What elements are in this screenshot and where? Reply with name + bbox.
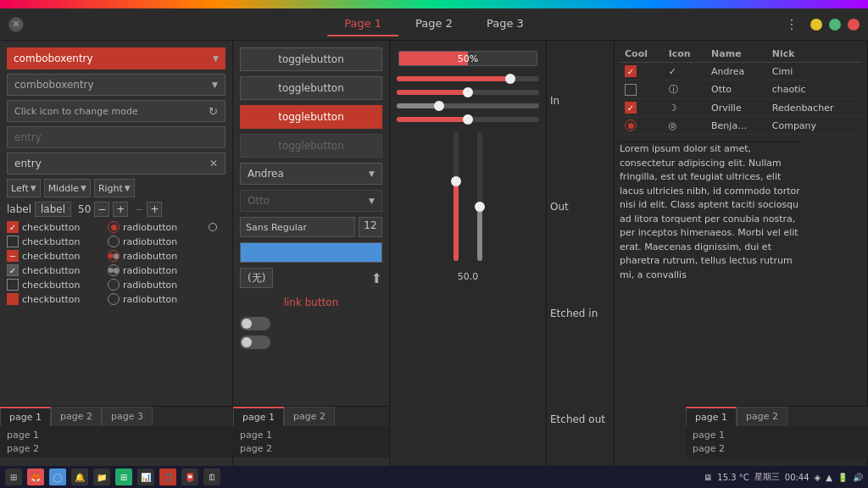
slider-value-label: 50.0 bbox=[393, 269, 542, 284]
page-tab-left-2[interactable]: page 2 bbox=[51, 407, 102, 426]
radiobutton-6[interactable]: radiobutton bbox=[108, 293, 206, 305]
spin-plus-2[interactable]: + bbox=[147, 202, 162, 217]
icon-2: ⓘ bbox=[664, 80, 706, 99]
progress-bar-container: 50% bbox=[393, 47, 542, 69]
togglebutton-3[interactable]: togglebutton bbox=[240, 105, 382, 129]
page-item-2: page 2 bbox=[7, 443, 226, 454]
radio-icon-5 bbox=[108, 279, 120, 291]
app-icon-4[interactable]: 📮 bbox=[181, 469, 198, 485]
entry-field-2[interactable]: entry ✕ bbox=[7, 152, 225, 175]
switch-2[interactable] bbox=[240, 336, 270, 349]
entry-field-1[interactable]: entry bbox=[7, 126, 225, 148]
circle-yellow[interactable] bbox=[810, 19, 822, 30]
hslider-4[interactable] bbox=[397, 117, 539, 122]
bottom-notebook-left: page 1 page 2 page 3 page 1 page 2 bbox=[0, 406, 233, 458]
menu-button[interactable]: ⋮ bbox=[780, 14, 804, 34]
align-middle-combo[interactable]: Middle ▼ bbox=[44, 179, 91, 197]
align-right-combo[interactable]: Right ▼ bbox=[94, 179, 135, 197]
label-etched-out: Etched out bbox=[550, 413, 610, 425]
name-3: Orville bbox=[706, 99, 767, 117]
table-panel: Cool Icon Name Nick ✓ ✓ Andrea Cimi bbox=[615, 41, 868, 480]
tab-page3[interactable]: Page 3 bbox=[470, 12, 541, 36]
apps-icon[interactable]: ⊞ bbox=[5, 469, 22, 485]
page-item-m1: page 1 bbox=[240, 430, 382, 441]
app-icon-1[interactable]: ⊞ bbox=[115, 469, 132, 485]
page-tab-r-1[interactable]: page 1 bbox=[686, 407, 737, 426]
table-row[interactable]: ◎ Benja… Company bbox=[620, 117, 862, 135]
chevron-down-icon: ▼ bbox=[369, 197, 375, 205]
circle-red[interactable] bbox=[848, 19, 860, 30]
page-tab-middle-2[interactable]: page 2 bbox=[284, 407, 335, 426]
align-row: Left ▼ Middle ▼ Right ▼ bbox=[7, 179, 225, 197]
togglebutton-1[interactable]: togglebutton bbox=[240, 47, 382, 71]
page-tab-left-1[interactable]: page 1 bbox=[0, 407, 51, 426]
app-icon-5[interactable]: 🗓 bbox=[203, 469, 220, 485]
font-select[interactable]: Sans Regular bbox=[240, 217, 355, 237]
refresh-icon[interactable]: ↻ bbox=[209, 105, 218, 118]
app-icon-3[interactable]: 🎵 bbox=[159, 469, 176, 485]
page-r-1: page 1 bbox=[693, 430, 861, 441]
tab-page2[interactable]: Page 2 bbox=[398, 12, 470, 36]
battery-icon: 🔋 bbox=[837, 473, 848, 482]
checkbutton-2[interactable]: checkbutton bbox=[7, 236, 105, 247]
clear-icon[interactable]: ✕ bbox=[209, 158, 218, 169]
combo-entry-2[interactable]: comboboxentry ▼ bbox=[7, 74, 225, 96]
radiobutton-2[interactable]: radiobutton bbox=[108, 236, 206, 247]
circle-green[interactable] bbox=[829, 19, 841, 30]
radiobutton-5[interactable]: radiobutton bbox=[108, 279, 206, 291]
app-icon-2[interactable]: 📊 bbox=[137, 469, 154, 485]
radio-dot-1 bbox=[209, 223, 217, 231]
spin-minus[interactable]: − bbox=[94, 202, 109, 217]
table-row[interactable]: ⓘ Otto chaotic bbox=[620, 80, 862, 99]
spin-plus[interactable]: + bbox=[113, 202, 128, 217]
align-left-combo[interactable]: Left ▼ bbox=[7, 179, 41, 197]
vslider-red[interactable] bbox=[448, 132, 465, 261]
checkbutton-6[interactable]: checkbutton bbox=[7, 293, 105, 305]
chrome-icon[interactable]: ◯ bbox=[49, 469, 66, 485]
taskbar: ⊞ 🦊 ◯ 🔔 📁 ⊞ 📊 🎵 📮 🗓 🖥 15.3 °C 星期三 00:44 … bbox=[0, 466, 868, 488]
radio-icon-2 bbox=[108, 236, 120, 247]
hslider-1[interactable] bbox=[397, 76, 539, 81]
radiobutton-1[interactable]: radiobutton bbox=[108, 221, 206, 233]
font-size-input[interactable]: 12 bbox=[359, 217, 382, 237]
bottom-notebook-right: page 1 page 2 page 1 page 2 bbox=[686, 406, 868, 458]
col-name: Name bbox=[706, 46, 767, 63]
table-row[interactable]: ✓ ☽ Orville Redenbacher bbox=[620, 99, 862, 117]
togglebutton-4[interactable]: togglebutton bbox=[240, 134, 382, 158]
upload-icon[interactable]: ⬆ bbox=[371, 270, 382, 286]
table-row[interactable]: ✓ ✓ Andrea Cimi bbox=[620, 63, 862, 80]
color-preview[interactable] bbox=[240, 242, 382, 263]
null-box[interactable]: (无) bbox=[240, 268, 273, 288]
combo-andrea[interactable]: Andrea ▼ bbox=[240, 163, 382, 185]
radiobutton-4[interactable]: radiobutton bbox=[108, 264, 206, 276]
togglebutton-2[interactable]: togglebutton bbox=[240, 76, 382, 100]
checkbutton-1[interactable]: ✓ checkbutton bbox=[7, 221, 105, 233]
temperature: 15.3 °C bbox=[717, 473, 748, 482]
radiobutton-3[interactable]: radiobutton bbox=[108, 250, 206, 262]
page-tab-middle-1[interactable]: page 1 bbox=[233, 407, 284, 426]
page-tab-r-2[interactable]: page 2 bbox=[737, 407, 787, 426]
tab-page1[interactable]: Page 1 bbox=[327, 12, 398, 36]
hslider-3[interactable] bbox=[397, 103, 539, 108]
checkbutton-3[interactable]: − checkbutton bbox=[7, 250, 105, 262]
files-icon[interactable]: 📁 bbox=[93, 469, 110, 485]
vslider-gray[interactable] bbox=[471, 132, 488, 261]
wifi-icon: ▲ bbox=[826, 473, 832, 482]
firefox-icon[interactable]: 🦊 bbox=[27, 469, 44, 485]
checkbutton-4[interactable]: ✓ checkbutton bbox=[7, 264, 105, 276]
hslider-2[interactable] bbox=[397, 90, 539, 95]
page-tab-left-3[interactable]: page 3 bbox=[102, 407, 153, 426]
clock: 00:44 bbox=[785, 473, 810, 482]
combo-entry-1[interactable]: comboboxentry ▼ bbox=[7, 47, 225, 69]
chevron-down-icon: ▼ bbox=[213, 54, 219, 63]
switch-1[interactable] bbox=[240, 317, 270, 330]
weekday: 星期三 bbox=[754, 471, 780, 483]
notify-icon[interactable]: 🔔 bbox=[71, 469, 88, 485]
link-button[interactable]: link button bbox=[240, 293, 382, 312]
hslider-row-1 bbox=[393, 75, 542, 83]
spin-dash: − bbox=[135, 203, 143, 215]
checkbutton-5[interactable]: checkbutton bbox=[7, 279, 105, 291]
close-button[interactable]: ✕ bbox=[8, 17, 24, 32]
label-box-1[interactable]: label bbox=[35, 202, 71, 217]
data-table: Cool Icon Name Nick ✓ ✓ Andrea Cimi bbox=[620, 46, 862, 135]
